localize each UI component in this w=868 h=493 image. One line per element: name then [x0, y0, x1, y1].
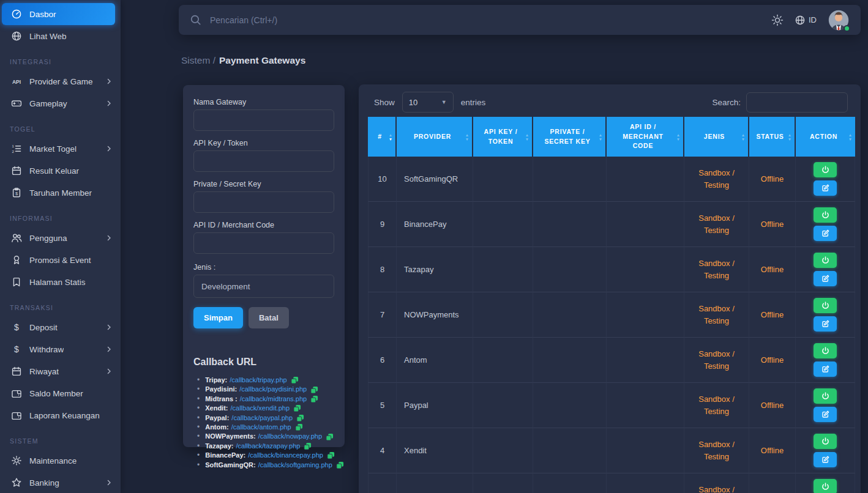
- sidebar-item-banking[interactable]: Banking: [0, 472, 121, 493]
- toggle-power-button[interactable]: [814, 343, 837, 358]
- sidebar-item-label: Laporan Keuangan: [29, 411, 100, 420]
- language-selector[interactable]: ID: [795, 15, 817, 26]
- api-key-input[interactable]: [193, 150, 334, 172]
- global-search-input[interactable]: [209, 15, 771, 26]
- column-header-merchant-code[interactable]: API ID / MERCHANT CODE▲▼: [607, 117, 684, 157]
- sidebar-item-promosi-event[interactable]: Promosi & Event: [0, 249, 121, 271]
- column-header-action[interactable]: ACTION▲▼: [796, 117, 855, 157]
- toggle-power-button[interactable]: [814, 388, 837, 404]
- callback-link[interactable]: /callback/nowpay.php: [258, 432, 322, 441]
- sidebar-item-label: Market Togel: [29, 144, 77, 154]
- toggle-power-button[interactable]: [814, 162, 837, 177]
- toggle-power-button[interactable]: [814, 298, 837, 313]
- sidebar-item-halaman-statis[interactable]: Halaman Statis: [0, 271, 121, 293]
- sidebar-item-taruhan-member[interactable]: $ Taruhan Member: [0, 182, 121, 204]
- copy-icon[interactable]: [291, 376, 299, 384]
- jenis-label: Jenis :: [193, 263, 334, 272]
- callback-link[interactable]: /callback/xendit.php: [230, 404, 290, 413]
- status-cell: Offline: [749, 428, 796, 473]
- sidebar-item-saldo-member[interactable]: Saldo Member: [0, 382, 121, 404]
- show-label: Show: [374, 98, 395, 107]
- sidebar-section-informasi: INFORMASI: [0, 213, 121, 223]
- provider-cell: Xendit: [397, 428, 473, 473]
- callback-link[interactable]: /callback/paydisini.php: [239, 385, 307, 394]
- column-header-status[interactable]: STATUS▲▼: [749, 117, 796, 157]
- main-content: ID Sistem /Payment Gatew: [179, 0, 861, 493]
- sidebar-item-pengguna[interactable]: Pengguna: [0, 227, 121, 249]
- sidebar-item-label: Gameplay: [29, 99, 67, 108]
- callback-link[interactable]: /callback/midtrans.php: [240, 395, 307, 404]
- status-cell: Offline: [749, 157, 796, 202]
- api-icon: API: [10, 75, 23, 87]
- edit-button[interactable]: [814, 407, 837, 422]
- table-search-input[interactable]: [746, 92, 848, 113]
- breadcrumb-section[interactable]: Sistem /: [181, 55, 215, 65]
- cancel-button[interactable]: Batal: [249, 307, 289, 328]
- edit-button[interactable]: [814, 452, 837, 467]
- sidebar-item-laporan-keuangan[interactable]: Laporan Keuangan: [0, 404, 121, 426]
- sidebar-section-integrasi: INTEGRASI: [0, 57, 121, 67]
- toggle-power-button[interactable]: [814, 479, 837, 493]
- save-button[interactable]: Simpan: [193, 307, 243, 328]
- jenis-select[interactable]: Development: [193, 275, 334, 298]
- wallet-icon: [10, 409, 23, 421]
- copy-icon[interactable]: [295, 423, 303, 431]
- provider-cell: BinancePay: [397, 202, 473, 247]
- sidebar-item-maintenance[interactable]: Maintenance: [0, 450, 121, 472]
- column-header-api-key[interactable]: API KEY / TOKEN▲▼: [473, 117, 533, 157]
- toggle-power-button[interactable]: [814, 207, 837, 223]
- callback-link[interactable]: /callback/binancepay.php: [248, 451, 323, 460]
- sidebar-item-withdraw[interactable]: $ Withdraw: [0, 338, 121, 360]
- edit-button[interactable]: [814, 271, 837, 286]
- sidebar-section-transaksi: TRANSAKSI: [0, 303, 121, 313]
- copy-icon[interactable]: [304, 442, 312, 450]
- sidebar-item-label: Saldo Member: [29, 389, 83, 398]
- user-avatar[interactable]: [828, 9, 850, 31]
- bookmark-icon: [10, 276, 23, 288]
- edit-button[interactable]: [814, 226, 837, 241]
- callback-link[interactable]: /callback/antom.php: [231, 423, 291, 432]
- sidebar-item-dasbor[interactable]: Dasbor: [2, 3, 115, 25]
- edit-button[interactable]: [814, 361, 837, 377]
- page-size-select[interactable]: 10 ▼: [402, 92, 454, 113]
- sidebar-item-market-togel[interactable]: 12 Market Togel: [0, 138, 121, 160]
- sidebar-item-deposit[interactable]: $ Deposit: [0, 316, 121, 338]
- jenis-cell: Sandbox / Testing: [684, 428, 749, 473]
- sidebar-item-label: Deposit: [29, 323, 58, 332]
- edit-button[interactable]: [814, 316, 837, 332]
- callback-link[interactable]: /callback/softgaming.php: [258, 461, 332, 470]
- callback-name: Tripay:: [205, 376, 227, 385]
- sidebar-item-lihat-web[interactable]: Lihat Web: [0, 25, 121, 47]
- copy-icon[interactable]: [326, 433, 334, 441]
- copy-icon[interactable]: [296, 414, 304, 422]
- edit-button[interactable]: [814, 180, 837, 196]
- copy-icon[interactable]: [310, 386, 318, 394]
- callback-url-title: Callback URL: [193, 357, 334, 368]
- column-header-secret-key[interactable]: PRIVATE / SECRET KEY▲▼: [533, 117, 607, 157]
- toggle-power-button[interactable]: [814, 434, 837, 449]
- column-header-provider[interactable]: PROVIDER▲▼: [397, 117, 473, 157]
- merchant-code-input[interactable]: [193, 232, 334, 254]
- provider-cell: Paypal: [397, 383, 473, 428]
- toggle-power-button[interactable]: [814, 253, 837, 268]
- callback-item: •NOWPayments:/callback/nowpay.php: [197, 432, 334, 441]
- callback-link[interactable]: /callback/tazapay.php: [236, 442, 300, 451]
- sidebar-item-gameplay[interactable]: Gameplay: [0, 92, 121, 114]
- callback-link[interactable]: /callback/paypal.php: [231, 413, 293, 423]
- sidebar-item-result-keluar[interactable]: Result Keluar: [0, 160, 121, 182]
- copy-icon[interactable]: [310, 395, 318, 403]
- secret-key-input[interactable]: [193, 191, 334, 213]
- sidebar-item-provider-game[interactable]: API Provider & Game: [0, 70, 121, 92]
- sort-icons: ▲▼: [788, 133, 792, 141]
- copy-icon[interactable]: [293, 404, 301, 412]
- column-header-jenis[interactable]: JENIS▲▼: [684, 117, 749, 157]
- callback-link[interactable]: /callback/tripay.php: [230, 376, 286, 385]
- sidebar-item-label: Promosi & Event: [29, 256, 91, 265]
- copy-icon[interactable]: [327, 451, 335, 459]
- sort-icons: ▲▼: [525, 133, 529, 141]
- theme-toggle-sun-icon[interactable]: [771, 14, 784, 26]
- copy-icon[interactable]: [336, 461, 344, 469]
- nama-gateway-input[interactable]: [193, 109, 334, 131]
- sidebar-item-riwayat[interactable]: Riwayat: [0, 360, 121, 382]
- column-header-num[interactable]: #▲▼: [368, 117, 397, 157]
